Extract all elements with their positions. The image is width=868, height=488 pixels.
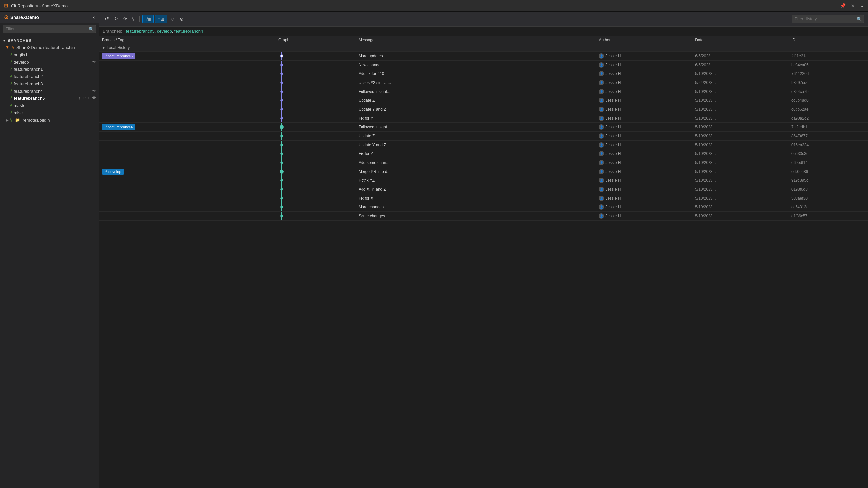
author-avatar: 👤 (599, 89, 604, 94)
sidebar-filter-input[interactable] (3, 25, 96, 33)
table-row[interactable]: Fix for X👤Jessie H5/10/2023...533aef30 (99, 194, 868, 203)
branch-item-bugfix1[interactable]: ⑂ bugfix1 (0, 51, 98, 58)
author-avatar: 👤 (599, 107, 604, 112)
cell-author: 👤Jessie H (595, 132, 692, 140)
col-header-id: ID (788, 36, 868, 44)
branch-icon-fb5: ⑂ (9, 96, 12, 101)
filter-toggle-button[interactable]: ▽ (169, 15, 176, 23)
cell-id: cd0b48d0 (788, 96, 868, 105)
graph-svg (275, 61, 295, 69)
branch-item-root[interactable]: ▼ ⑂ ShareXDemo (featurebranch5) (0, 44, 98, 51)
branch-item-fb5[interactable]: ⑂ featurebranch5 ↕ 0 / 0 👁 (0, 95, 98, 102)
table-row[interactable]: Fix for Y👤Jessie H5/10/2023...0b633c3d (99, 150, 868, 158)
table-row[interactable]: Update Z👤Jessie H5/10/2023...cd0b48d0 (99, 96, 868, 105)
table-row[interactable]: Hotfix YZ👤Jessie H5/10/2023...919c895c (99, 176, 868, 185)
cell-graph (275, 87, 355, 96)
cell-branch: ⑂featurebranch4 (99, 123, 275, 132)
branch-button[interactable]: ⑂ (130, 15, 137, 23)
cell-date: 5/10/2023... (692, 185, 788, 194)
hide-button[interactable]: ⊘ (178, 15, 186, 23)
graph-svg (275, 52, 295, 60)
main-layout: ⊙ ShareXDemo ‹ 🔍 ▼ Branches ▼ ⑂ ShareXDe… (0, 11, 868, 488)
table-row[interactable]: Followed insight...👤Jessie H5/10/2023...… (99, 87, 868, 96)
author-avatar: 👤 (599, 133, 604, 139)
branch-item-fb2[interactable]: ⑂ featurebranch2 (0, 73, 98, 80)
cell-date: 5/10/2023... (692, 150, 788, 158)
table-row[interactable]: ⑂featurebranch5More updates👤Jessie H6/5/… (99, 52, 868, 61)
branch-item-fb4[interactable]: ⑂ featurebranch4 👁 (0, 87, 98, 95)
branch-icon-fb3: ⑂ (9, 81, 12, 86)
graph-svg (275, 203, 295, 212)
remotes-folder-icon: 📁 (15, 118, 20, 122)
branches-bar-fb4[interactable]: featurebranch4 (174, 29, 203, 34)
history-table-wrapper[interactable]: Branch / Tag Graph Message Author Date I… (99, 36, 868, 488)
svg-point-27 (280, 170, 283, 173)
branch-icon-fb2: ⑂ (9, 74, 12, 79)
branch-tag[interactable]: ⑂develop (102, 169, 124, 174)
table-row[interactable]: Update Y and Z👤Jessie H5/10/2023...016ea… (99, 140, 868, 150)
list-view-button[interactable]: ≡⊞ (155, 15, 167, 23)
table-row[interactable]: ⑂featurebranch4Followed insight...👤Jessi… (99, 123, 868, 132)
close-icon[interactable]: ✕ (851, 3, 855, 8)
refresh-button[interactable]: ↺ (103, 14, 111, 23)
cell-graph (275, 123, 355, 132)
table-row[interactable]: Add some chan...👤Jessie H5/10/2023...e60… (99, 158, 868, 167)
col-header-author: Author (595, 36, 692, 44)
cell-branch (99, 87, 275, 96)
cell-message: Some changes (355, 212, 595, 221)
cell-date: 5/10/2023... (692, 194, 788, 203)
branch-item-fb3[interactable]: ⑂ featurebranch3 (0, 80, 98, 87)
table-row[interactable]: New change👤Jessie H6/5/2023...be84ca05 (99, 61, 868, 69)
table-row[interactable]: More changes👤Jessie H5/10/2023...ce74313… (99, 203, 868, 212)
remotes-item[interactable]: ▶ ⑂ 📁 remotes/origin (0, 116, 98, 124)
cell-branch (99, 61, 275, 69)
cell-graph (275, 132, 355, 140)
author-name: Jessie H (606, 80, 621, 85)
branch-item-misc[interactable]: ⑂ misc (0, 109, 98, 116)
cell-message: Add X, Y, and Z (355, 185, 595, 194)
branches-section-header[interactable]: ▼ Branches (0, 37, 98, 44)
branches-bar-develop[interactable]: develop (157, 29, 172, 34)
expand-icon[interactable]: ⌄ (860, 3, 864, 8)
cell-message: closes #2 similar... (355, 78, 595, 87)
branch-name-fb1: featurebranch1 (14, 67, 96, 72)
branches-bar-fb5[interactable]: featurebranch5 (126, 29, 154, 34)
table-row[interactable]: Add fix for #10👤Jessie H5/10/2023...7641… (99, 69, 868, 78)
table-row[interactable]: Update Z👤Jessie H5/10/2023...864f9677 (99, 132, 868, 140)
cell-branch (99, 78, 275, 87)
cell-branch (99, 105, 275, 114)
fb5-eye-icon: 👁 (92, 96, 96, 100)
table-row[interactable]: ⑂developMerge PR into d...👤Jessie H5/10/… (99, 167, 868, 176)
author-name: Jessie H (606, 125, 621, 129)
graph-svg (275, 185, 295, 194)
cell-date: 5/10/2023... (692, 140, 788, 150)
cell-author: 👤Jessie H (595, 176, 692, 185)
filter-history-input[interactable] (792, 15, 864, 23)
window-controls: 📌 ✕ ⌄ (840, 3, 864, 8)
branch-tag[interactable]: ⑂featurebranch4 (102, 124, 135, 130)
branch-tag[interactable]: ⑂featurebranch5 (102, 53, 135, 59)
branches-bar: Branches: featurebranch5, develop, featu… (99, 27, 868, 36)
cell-message: Followed insight... (355, 123, 595, 132)
pin-icon[interactable]: 📌 (840, 3, 845, 8)
author-name: Jessie H (606, 54, 621, 58)
fetch-button[interactable]: ↻ (112, 15, 120, 23)
author-name: Jessie H (606, 160, 621, 165)
table-row[interactable]: closes #2 similar...👤Jessie H5/24/2023..… (99, 78, 868, 87)
branch-item-fb1[interactable]: ⑂ featurebranch1 (0, 66, 98, 73)
cell-branch (99, 185, 275, 194)
branch-item-master[interactable]: ⑂ master (0, 102, 98, 109)
graph-view-button[interactable]: ⑂⊞ (142, 15, 154, 23)
svg-point-5 (281, 73, 283, 75)
pull-button[interactable]: ⟳ (121, 15, 129, 23)
table-row[interactable]: Update Y and Z👤Jessie H5/10/2023...c6db6… (99, 105, 868, 114)
table-row[interactable]: Fix for Y👤Jessie H5/10/2023...da90a2d2 (99, 114, 868, 123)
graph-svg (275, 176, 295, 185)
group-header-local-history: ▼ Local History (99, 44, 868, 52)
table-row[interactable]: Add X, Y, and Z👤Jessie H5/10/2023...0198… (99, 185, 868, 194)
cell-branch (99, 132, 275, 140)
table-row[interactable]: Some changes👤Jessie H5/10/2023...d1f86c5… (99, 212, 868, 221)
sidebar-collapse-button[interactable]: ‹ (93, 14, 95, 21)
branch-item-develop[interactable]: ⑂ develop 👁 (0, 58, 98, 66)
cell-date: 6/5/2023... (692, 52, 788, 61)
